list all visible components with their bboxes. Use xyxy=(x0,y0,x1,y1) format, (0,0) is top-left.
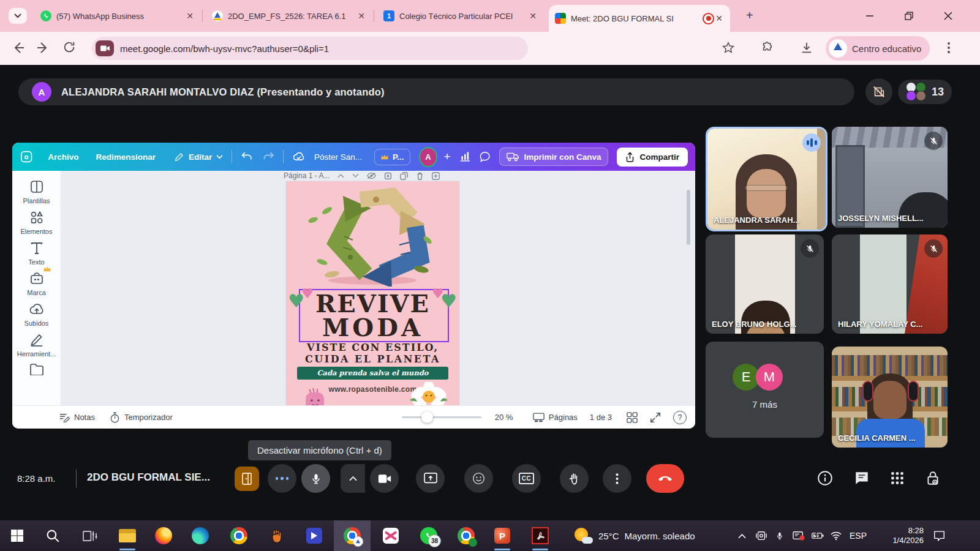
edge-button[interactable] xyxy=(186,520,215,551)
participant-tile-josselyn[interactable]: JOSSELYN MISHELL... xyxy=(832,127,948,228)
movies-app-button[interactable] xyxy=(300,520,329,551)
delete-page-icon[interactable] xyxy=(416,172,424,180)
tray-mic-button[interactable] xyxy=(771,520,789,551)
insights-chart-icon[interactable] xyxy=(459,151,471,162)
tray-recorder-button[interactable] xyxy=(789,520,809,551)
host-controls-button[interactable] xyxy=(925,470,941,486)
tab-close-icon[interactable]: ✕ xyxy=(714,13,724,23)
sidebar-item-plantillas[interactable]: Plantillas xyxy=(15,179,59,204)
notes-button[interactable]: Notas xyxy=(59,413,95,422)
timer-button[interactable]: Temporizador xyxy=(110,412,173,423)
firefox-button[interactable] xyxy=(149,520,178,551)
canva-home-icon[interactable] xyxy=(20,149,33,164)
sidebar-item-herramientas[interactable]: Herramient... xyxy=(15,332,59,358)
green-heart-icon[interactable]: ♥ xyxy=(288,301,304,307)
tab-assignment[interactable]: 2DO_EMP_FS_2526: TAREA 6.1 ✕ xyxy=(206,0,372,32)
redo-icon[interactable] xyxy=(262,151,274,163)
tray-battery-button[interactable] xyxy=(809,520,827,551)
poster-title-line2[interactable]: MODA xyxy=(286,315,459,340)
participant-tile-alejandra[interactable]: ALEJANDRA SARAH... xyxy=(706,127,827,231)
new-tab-button[interactable]: + xyxy=(746,9,753,23)
participant-tile-cecilia[interactable]: CECILIA CARMEN ... xyxy=(832,347,948,448)
camera-chevron-button[interactable] xyxy=(341,464,365,493)
page-title-label[interactable]: Página 1 - A... xyxy=(284,171,330,180)
tray-cast-button[interactable] xyxy=(752,520,771,551)
notification-center-button[interactable] xyxy=(930,520,948,551)
grid-view-icon[interactable] xyxy=(627,412,638,423)
poster-subtitle-line1[interactable]: VISTE CON ESTILO, xyxy=(286,343,459,353)
sidebar-item-texto[interactable]: Texto xyxy=(15,241,59,266)
menu-redimensionar[interactable]: Redimensionar xyxy=(96,152,156,162)
tab-close-icon[interactable]: ✕ xyxy=(528,11,538,21)
task-view-button[interactable] xyxy=(75,520,104,551)
sidebar-item-elementos[interactable]: Elementos xyxy=(15,210,59,235)
move-page-down-icon[interactable] xyxy=(352,173,359,178)
file-explorer-button[interactable] xyxy=(113,520,142,551)
building-crossed-icon[interactable] xyxy=(865,78,892,105)
poster-subtitle-line2[interactable]: CUIDA EL PLANETA xyxy=(286,354,459,364)
more-options-button[interactable] xyxy=(603,464,631,493)
camera-button[interactable] xyxy=(370,464,399,493)
chrome-profile2-button[interactable] xyxy=(451,520,481,551)
duplicate-page-icon[interactable] xyxy=(400,172,408,180)
chrome-active-button[interactable] xyxy=(334,520,371,551)
invite-plus-button[interactable]: + xyxy=(443,150,450,163)
green-heart-icon[interactable]: ♥ xyxy=(440,301,457,307)
weather-widget[interactable]: 25°C Mayorm. soleado xyxy=(575,520,695,551)
browser-menu-kebab-icon[interactable] xyxy=(943,41,954,54)
pink-creature-graphic[interactable] xyxy=(303,388,331,405)
print-with-canva-button[interactable]: Imprimir con Canva xyxy=(499,148,608,166)
tab-search-caret-button[interactable] xyxy=(9,8,27,24)
bookmark-star-icon[interactable] xyxy=(722,41,735,54)
share-button[interactable]: Compartir xyxy=(617,148,688,167)
captions-button[interactable]: CC xyxy=(512,464,541,493)
end-call-button[interactable] xyxy=(646,464,684,493)
menu-editar[interactable]: Editar xyxy=(174,152,223,162)
tray-chevron-button[interactable] xyxy=(733,520,751,551)
powerpoint-button[interactable]: P xyxy=(488,520,517,551)
tray-wifi-button[interactable] xyxy=(827,520,845,551)
activities-button[interactable] xyxy=(889,470,905,486)
participant-tile-overflow[interactable]: E M 7 más xyxy=(706,342,824,438)
lock-page-icon[interactable] xyxy=(384,172,392,180)
acrobat-button[interactable] xyxy=(526,520,555,551)
forward-button[interactable] xyxy=(36,40,50,55)
fullscreen-icon[interactable] xyxy=(650,412,661,423)
add-page-icon[interactable] xyxy=(432,172,440,180)
window-close-button[interactable] xyxy=(940,7,957,24)
participant-tile-eloy[interactable]: ELOY BRUNO HOLG... xyxy=(706,234,824,334)
comment-bubble-icon[interactable] xyxy=(479,151,491,163)
pro-upgrade-chip[interactable]: P... xyxy=(374,149,410,165)
taskbar-search-button[interactable] xyxy=(38,520,67,551)
back-button[interactable] xyxy=(11,40,26,55)
window-minimize-button[interactable] xyxy=(861,7,878,24)
chat-button[interactable] xyxy=(854,470,870,486)
hide-page-icon[interactable] xyxy=(367,172,376,179)
snipping-tool-button[interactable] xyxy=(376,520,405,551)
tray-clock[interactable]: 8:28 1/4/2026 xyxy=(877,520,924,551)
canvas-scrollbar[interactable] xyxy=(687,190,690,245)
recycle-clothes-graphic[interactable] xyxy=(307,184,438,287)
undo-icon[interactable] xyxy=(241,151,253,163)
participants-count-chip[interactable]: 13 xyxy=(898,80,952,104)
sidebar-item-marca[interactable]: Marca xyxy=(15,271,59,296)
meeting-door-icon[interactable] xyxy=(235,467,259,491)
mic-button[interactable] xyxy=(301,464,330,493)
pages-view-button[interactable]: Páginas xyxy=(533,413,578,422)
browser-profile-chip[interactable]: Centro educativo xyxy=(826,36,930,61)
reload-button[interactable] xyxy=(62,40,76,54)
raise-hand-button[interactable] xyxy=(560,464,589,493)
sidebar-item-subidos[interactable]: Subidos xyxy=(15,302,59,327)
cloud-saved-icon[interactable] xyxy=(292,151,306,163)
window-restore-button[interactable] xyxy=(900,7,918,24)
zoom-slider[interactable] xyxy=(402,416,481,418)
zoom-slider-thumb[interactable] xyxy=(421,411,433,423)
present-screen-button[interactable] xyxy=(416,464,445,493)
tab-meet-active[interactable]: Meet: 2DO BGU FORMAL SI ✕ xyxy=(549,5,730,32)
hand-app-button[interactable] xyxy=(262,520,292,551)
poster-page[interactable]: REVIVE MODA ♥ ♥ ♥ ♥ VISTE CON ESTILO, CU… xyxy=(286,181,459,405)
meeting-details-button[interactable] xyxy=(817,470,833,486)
address-bar[interactable]: meet.google.com/bwh-uysv-mvc?authuser=0&… xyxy=(92,37,528,60)
tab-close-icon[interactable]: ✕ xyxy=(185,11,195,21)
reactions-button[interactable] xyxy=(464,464,493,493)
